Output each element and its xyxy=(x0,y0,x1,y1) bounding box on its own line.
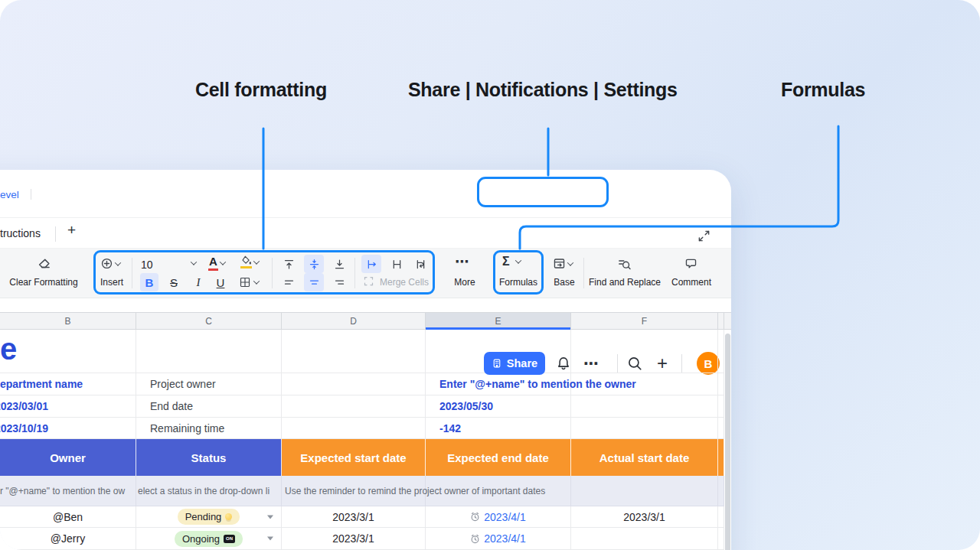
status-text: Pending xyxy=(185,511,222,522)
owner-cell[interactable]: @Jerry xyxy=(0,528,136,550)
cell[interactable] xyxy=(718,330,724,373)
date-cell[interactable]: 2023/3/1 xyxy=(282,506,426,528)
cell[interactable]: epartment name xyxy=(0,373,136,395)
divider xyxy=(31,189,31,200)
borders-button[interactable] xyxy=(236,273,262,291)
breadcrumb[interactable]: evel xyxy=(0,189,19,200)
sheet-title-cell[interactable]: e xyxy=(0,330,136,373)
header-partial[interactable] xyxy=(718,439,724,476)
cell[interactable] xyxy=(282,330,426,373)
cell[interactable] xyxy=(282,395,426,418)
font-size-value[interactable]: 10 xyxy=(141,259,153,271)
cell[interactable] xyxy=(571,330,718,373)
text-overflow-button[interactable] xyxy=(361,255,381,273)
cell[interactable]: Project owner xyxy=(136,373,282,395)
date-link[interactable]: 2023/4/1 xyxy=(484,532,526,545)
status-cell[interactable]: Pending xyxy=(136,506,282,528)
header-expected-start[interactable]: Expected start date xyxy=(282,439,426,476)
cell[interactable] xyxy=(571,418,718,439)
dropdown-icon[interactable] xyxy=(267,515,273,519)
underline-button[interactable]: U xyxy=(211,273,230,291)
column-header-d[interactable]: D xyxy=(282,313,426,329)
reminder-date-cell[interactable]: 2023/4/1 xyxy=(426,528,571,550)
comment-icon[interactable] xyxy=(684,257,697,270)
toolbar-more-icon[interactable]: ⋯ xyxy=(455,253,469,270)
column-header-c[interactable]: C xyxy=(136,313,282,329)
cell[interactable] xyxy=(718,506,724,528)
vertical-scrollbar[interactable] xyxy=(725,334,730,550)
cell[interactable]: 2023/10/19 xyxy=(0,418,136,439)
align-top-button[interactable] xyxy=(279,255,299,273)
date-cell[interactable]: 2023/3/1 xyxy=(282,528,426,550)
add-sheet-button[interactable]: + xyxy=(67,222,76,239)
column-header-e-selected[interactable]: E xyxy=(426,313,571,329)
status-badge[interactable]: Pending xyxy=(178,509,240,525)
italic-button[interactable]: I xyxy=(189,273,207,291)
date-cell[interactable]: 2023/3/1 xyxy=(571,506,718,528)
cell[interactable] xyxy=(136,330,282,373)
formulas-button[interactable]: Σ xyxy=(502,255,521,268)
cell[interactable]: Remaining time xyxy=(136,418,282,439)
date-link[interactable]: 2023/4/1 xyxy=(484,511,526,523)
dropdown-icon[interactable] xyxy=(267,537,273,541)
status-cell[interactable]: Ongoing ON xyxy=(136,528,282,550)
header-actual-start[interactable]: Actual start date xyxy=(571,439,718,476)
header-status[interactable]: Status xyxy=(136,439,282,476)
text-clip-button[interactable] xyxy=(387,255,407,273)
cell[interactable] xyxy=(718,528,724,550)
reminder-date-cell[interactable]: 2023/4/1 xyxy=(426,506,571,528)
merge-cells-icon[interactable] xyxy=(363,275,374,287)
share-button[interactable]: Share xyxy=(484,352,545,375)
cell[interactable] xyxy=(571,395,718,418)
date-cell[interactable] xyxy=(571,528,718,550)
cell[interactable]: -142 xyxy=(426,418,571,439)
align-center-button[interactable] xyxy=(304,273,324,291)
cell[interactable] xyxy=(571,373,718,395)
comment-label: Comment xyxy=(671,277,711,288)
owner-cell[interactable]: @Ben xyxy=(0,506,136,528)
cell[interactable] xyxy=(718,418,724,439)
chevron-down-icon xyxy=(514,257,521,263)
cell[interactable]: elect a status in the drop-down li xyxy=(136,476,282,506)
align-right-button[interactable] xyxy=(329,273,349,291)
column-header-f[interactable]: F xyxy=(571,313,718,329)
align-bottom-button[interactable] xyxy=(329,255,349,273)
bold-button[interactable]: B xyxy=(140,273,158,291)
on-arrow-icon: ON xyxy=(224,535,235,543)
base-label: Base xyxy=(554,277,574,288)
cell[interactable] xyxy=(718,373,724,395)
status-badge[interactable]: Ongoing ON xyxy=(175,531,243,547)
cell[interactable]: Use the reminder to remind the project o… xyxy=(282,476,426,506)
toolbar: Clear Formatting Insert 10 B S I U xyxy=(0,249,731,298)
column-header-partial[interactable] xyxy=(718,313,724,329)
find-replace-icon[interactable] xyxy=(617,257,631,271)
font-color-button[interactable]: A xyxy=(208,255,225,271)
header-owner[interactable]: Owner xyxy=(0,439,136,476)
clear-formatting-icon[interactable] xyxy=(37,257,51,272)
cell[interactable] xyxy=(282,373,426,395)
cell[interactable]: r "@+name" to mention the ow xyxy=(0,476,136,506)
cell[interactable] xyxy=(718,476,724,506)
base-button[interactable] xyxy=(553,257,573,270)
cell[interactable]: End date xyxy=(136,395,282,418)
text-wrap-button[interactable] xyxy=(410,255,430,273)
cell[interactable]: 2023/03/01 xyxy=(0,395,136,418)
column-header-b[interactable]: B xyxy=(0,313,136,329)
cell[interactable] xyxy=(718,395,724,418)
insert-icon[interactable] xyxy=(100,257,120,270)
align-middle-button[interactable] xyxy=(304,255,324,273)
cell[interactable] xyxy=(282,418,426,439)
expand-icon[interactable] xyxy=(695,228,712,243)
status-text: Ongoing xyxy=(182,533,220,545)
table-row: @Jerry Ongoing ON 2023/3/1 2023/4/1 xyxy=(0,528,724,550)
cell[interactable]: 2023/05/30 xyxy=(426,395,571,418)
font-size-chevron-icon[interactable] xyxy=(191,259,197,265)
cell[interactable]: Enter "@+name" to mention the owner xyxy=(426,373,571,395)
align-left-button[interactable] xyxy=(279,273,299,291)
fill-color-button[interactable] xyxy=(240,255,259,268)
cell-text: 2023/3/1 xyxy=(623,511,665,523)
header-expected-end[interactable]: Expected end date xyxy=(426,439,571,476)
strikethrough-button[interactable]: S xyxy=(165,273,183,291)
cell[interactable] xyxy=(571,476,718,506)
tab-instructions[interactable]: tructions xyxy=(0,227,41,239)
